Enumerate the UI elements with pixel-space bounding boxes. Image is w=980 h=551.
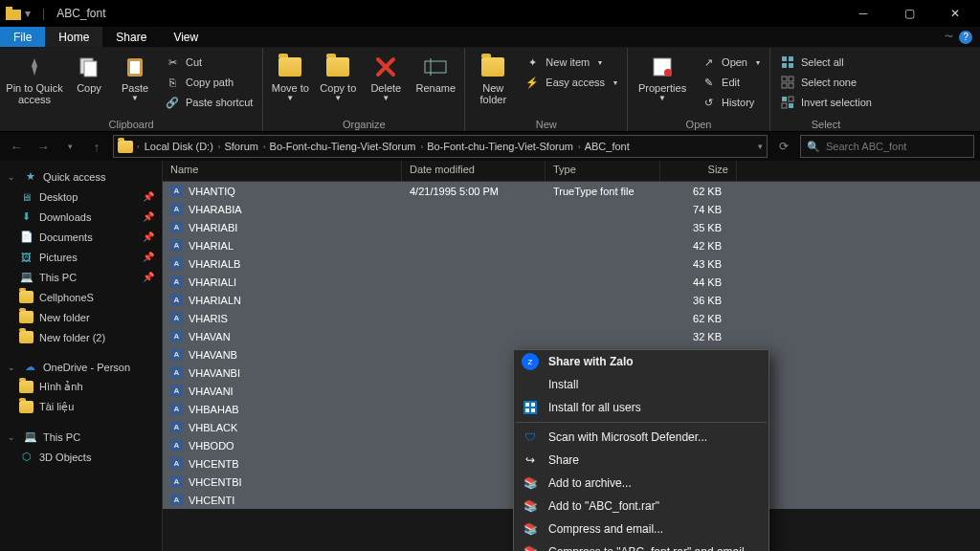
up-button[interactable]: ↑: [86, 140, 107, 154]
svg-rect-21: [789, 103, 793, 108]
svg-rect-18: [782, 97, 787, 101]
svg-rect-13: [789, 63, 793, 68]
svg-rect-19: [789, 97, 793, 101]
col-name: Name: [163, 161, 402, 181]
svg-rect-10: [782, 56, 787, 61]
sidebar-thispc2[interactable]: ⌄💻This PC: [0, 427, 162, 447]
tab-share[interactable]: Share: [102, 27, 160, 47]
group-organize: Move to▼ Copy to▼ Delete▼ Rename Organiz…: [263, 48, 465, 131]
sidebar-pictures[interactable]: 🖼Pictures📌: [0, 247, 162, 267]
svg-point-9: [664, 69, 672, 77]
refresh-button[interactable]: ⟳: [773, 140, 794, 153]
sidebar-downloads[interactable]: ⬇Downloads📌: [0, 207, 162, 227]
forward-button[interactable]: →: [33, 140, 54, 154]
svg-rect-1: [6, 7, 12, 11]
ctx-archive[interactable]: 📚Add to archive...: [514, 472, 768, 495]
new-folder-button[interactable]: New folder: [471, 50, 515, 105]
invert-selection-button[interactable]: Invert selection: [776, 93, 876, 112]
maximize-button[interactable]: ▢: [890, 0, 928, 27]
breadcrumb-path[interactable]: ›Local Disk (D:)› Sforum› Bo-Font-chu-Ti…: [113, 135, 768, 158]
svg-rect-16: [782, 83, 787, 88]
ribbon: Pin to Quick access Copy Paste ▼ ✂Cut ⎘C…: [0, 48, 980, 132]
ribbon-tabs: File Home Share View 〜 ?: [0, 27, 980, 48]
ctx-scan[interactable]: 🛡Scan with Microsoft Defender...: [514, 426, 768, 449]
sidebar-desktop[interactable]: 🖥Desktop📌: [0, 187, 162, 207]
sidebar-hinhanh[interactable]: Hình ảnh: [0, 377, 162, 397]
group-open: Properties▼ ↗Open ▾ ✎Edit ↺History Open: [628, 48, 770, 131]
file-row[interactable]: AVHARIAL42 KB: [163, 236, 980, 254]
ctx-install[interactable]: Install: [514, 373, 768, 396]
sidebar-tailieu[interactable]: Tài liệu: [0, 397, 162, 417]
properties-button[interactable]: Properties▼: [634, 50, 691, 102]
recent-button[interactable]: ▾: [59, 142, 80, 151]
copy-to-button[interactable]: Copy to▼: [317, 50, 359, 102]
column-headers[interactable]: Name Date modified Type Size: [163, 161, 980, 182]
move-to-button[interactable]: Move to▼: [269, 50, 311, 102]
ctx-share[interactable]: ↪Share: [514, 449, 768, 472]
tab-file[interactable]: File: [0, 27, 45, 47]
svg-rect-5: [130, 61, 140, 74]
search-icon: 🔍: [807, 141, 820, 153]
search-input[interactable]: 🔍 Search ABC_font: [800, 135, 974, 158]
sidebar-onedrive[interactable]: ⌄☁OneDrive - Person: [0, 357, 162, 377]
edit-button[interactable]: ✎Edit: [697, 73, 764, 92]
tab-view[interactable]: View: [160, 27, 212, 47]
tab-home[interactable]: Home: [45, 27, 102, 47]
svg-rect-14: [782, 77, 787, 81]
svg-rect-26: [531, 408, 535, 412]
pin-quick-access-button[interactable]: Pin to Quick access: [6, 50, 63, 105]
delete-button[interactable]: Delete▼: [365, 50, 407, 102]
svg-rect-24: [531, 403, 535, 407]
file-row[interactable]: AVHAVAN32 KB: [163, 327, 980, 345]
new-item-button[interactable]: ✦New item ▾: [521, 53, 621, 72]
svg-rect-3: [84, 61, 97, 77]
svg-rect-0: [6, 10, 21, 20]
file-row[interactable]: AVHARIALB43 KB: [163, 254, 980, 273]
rename-button[interactable]: Rename: [412, 50, 458, 94]
easy-access-button[interactable]: ⚡Easy access ▾: [521, 73, 621, 92]
sidebar-quick-access[interactable]: ⌄★Quick access: [0, 166, 162, 187]
context-menu: ZShare with Zalo Install Install for all…: [513, 349, 769, 551]
svg-rect-23: [525, 403, 529, 407]
sidebar-newfolder[interactable]: New folder: [0, 307, 162, 327]
ribbon-collapse-icon[interactable]: 〜: [945, 31, 953, 43]
file-row[interactable]: AVHARIALN36 KB: [163, 291, 980, 309]
minimize-button[interactable]: ─: [844, 0, 882, 27]
back-button[interactable]: ←: [6, 140, 27, 154]
file-row[interactable]: AVHARIALI44 KB: [163, 273, 980, 291]
sidebar-3dobjects[interactable]: ⬡3D Objects: [0, 447, 162, 467]
folder-icon: [6, 7, 19, 20]
close-button[interactable]: ✕: [936, 0, 974, 27]
file-row[interactable]: AVHARIABI35 KB: [163, 218, 980, 236]
copy-button[interactable]: Copy: [69, 50, 109, 94]
sidebar: ⌄★Quick access 🖥Desktop📌 ⬇Downloads📌 📄Do…: [0, 161, 163, 551]
sidebar-newfolder2[interactable]: New folder (2): [0, 327, 162, 347]
group-new: New folder ✦New item ▾ ⚡Easy access ▾ Ne…: [465, 48, 628, 131]
ctx-compress-rar[interactable]: 📚Compress to "ABC_font.rar" and email: [514, 540, 768, 551]
svg-rect-6: [425, 61, 446, 73]
history-button[interactable]: ↺History: [697, 93, 764, 112]
open-button[interactable]: ↗Open ▾: [697, 53, 764, 72]
file-row[interactable]: AVHARIS62 KB: [163, 309, 980, 327]
down-caret-icon[interactable]: ▾: [25, 7, 31, 20]
select-none-button[interactable]: Select none: [776, 73, 876, 92]
cut-button[interactable]: ✂Cut: [161, 53, 256, 72]
paste-shortcut-button[interactable]: 🔗Paste shortcut: [161, 93, 256, 112]
ctx-share-zalo[interactable]: ZShare with Zalo: [514, 350, 768, 373]
sidebar-thispc[interactable]: 💻This PC📌: [0, 267, 162, 287]
col-type: Type: [546, 161, 660, 181]
sidebar-cellphones[interactable]: CellphoneS: [0, 287, 162, 307]
svg-rect-20: [782, 103, 787, 108]
help-icon[interactable]: ?: [959, 31, 972, 44]
ctx-compress[interactable]: 📚Compress and email...: [514, 518, 768, 540]
paste-button[interactable]: Paste ▼: [115, 50, 155, 102]
select-all-button[interactable]: Select all: [776, 53, 876, 72]
ctx-add-rar[interactable]: 📚Add to "ABC_font.rar": [514, 495, 768, 518]
ctx-install-all[interactable]: Install for all users: [514, 396, 768, 419]
copy-path-button[interactable]: ⎘Copy path: [161, 73, 256, 92]
svg-rect-12: [782, 63, 787, 68]
file-row[interactable]: AVHANTIQ4/21/1995 5:00 PMTrueType font f…: [163, 182, 980, 200]
sidebar-documents[interactable]: 📄Documents📌: [0, 227, 162, 247]
svg-rect-25: [525, 408, 529, 412]
file-row[interactable]: AVHARABIA74 KB: [163, 200, 980, 218]
